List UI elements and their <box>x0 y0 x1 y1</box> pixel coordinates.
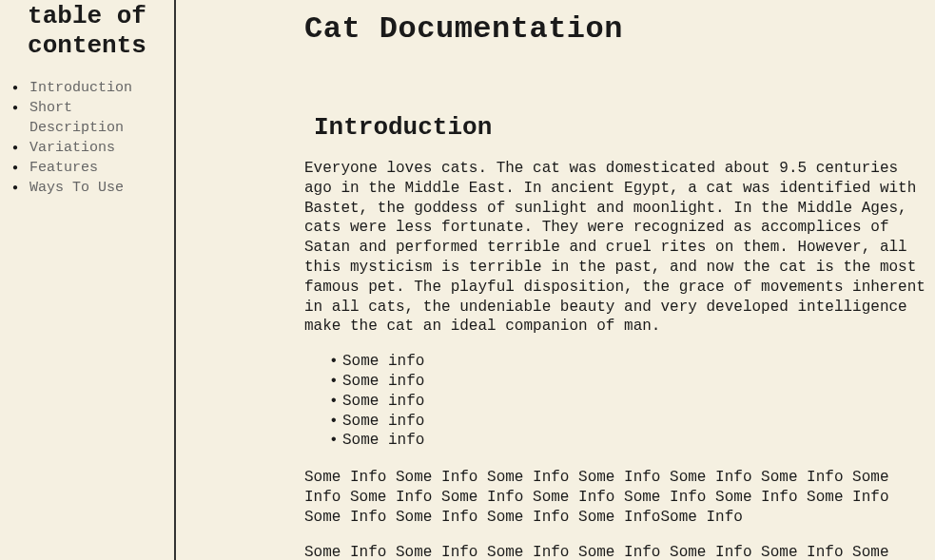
section-title-introduction: Introduction <box>314 113 925 142</box>
list-item: Some info <box>329 352 925 372</box>
info-paragraph-2: Some Info Some Info Some Info Some Info … <box>304 543 925 560</box>
toc-item-ways-to-use[interactable]: Ways To Use <box>12 178 169 198</box>
toc-item-label: Features <box>29 160 98 176</box>
toc-list: Introduction Short Description Variation… <box>5 78 169 198</box>
page-title: Cat Documentation <box>304 11 925 47</box>
main-content: Cat Documentation Introduction Everyone … <box>176 0 935 560</box>
intro-paragraph: Everyone loves cats. The cat was domesti… <box>304 159 925 337</box>
toc-item-variations[interactable]: Variations <box>12 138 169 158</box>
toc-item-label: Introduction <box>29 80 132 96</box>
list-item: Some info <box>329 431 925 451</box>
list-item: Some info <box>329 372 925 392</box>
list-item: Some info <box>329 392 925 412</box>
info-paragraph-1: Some Info Some Info Some Info Some Info … <box>304 468 925 527</box>
info-bullet-list: Some info Some info Some info Some info … <box>304 352 925 451</box>
toc-item-label: Variations <box>29 140 115 156</box>
table-of-contents: table of contents Introduction Short Des… <box>0 0 176 560</box>
toc-item-label: Ways To Use <box>29 180 124 196</box>
toc-item-label: Short Description <box>29 100 124 136</box>
list-item: Some info <box>329 412 925 432</box>
toc-title: table of contents <box>5 0 169 61</box>
toc-item-features[interactable]: Features <box>12 158 169 178</box>
toc-item-introduction[interactable]: Introduction <box>12 78 169 98</box>
toc-item-short-description[interactable]: Short Description <box>12 98 169 138</box>
